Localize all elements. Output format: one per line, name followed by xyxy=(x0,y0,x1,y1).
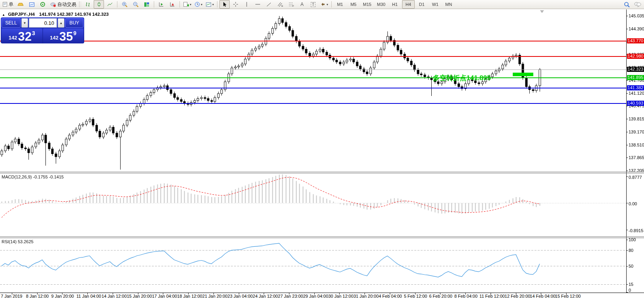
price-axis-tick-label: 138.510 xyxy=(629,143,644,147)
timeframe-m1-button[interactable]: M1 xyxy=(334,0,346,9)
panel-separator[interactable] xyxy=(0,173,644,173)
arrows-tool-button[interactable]: ▾ xyxy=(319,0,329,9)
time-axis-tick xyxy=(188,293,189,295)
zoom-in-button[interactable] xyxy=(119,0,130,9)
timeframe-m30-button[interactable]: M30 xyxy=(374,0,387,9)
collapse-arrow-icon[interactable]: ▲ xyxy=(2,13,5,17)
vertical-line-tool-button[interactable] xyxy=(242,0,252,9)
signal-icon xyxy=(40,2,45,7)
rsi-axis-label: 50 xyxy=(629,264,633,268)
bar-chart-icon xyxy=(85,2,91,7)
panel-separator[interactable] xyxy=(0,238,644,238)
horizontal-line[interactable] xyxy=(0,77,626,78)
price-axis-tick-label: 139.170 xyxy=(629,130,644,134)
zoom-out-button[interactable] xyxy=(130,0,141,9)
price-axis-tick-label: 137.865 xyxy=(629,155,644,160)
pivot-marker-rect[interactable] xyxy=(513,73,533,76)
time-axis-line xyxy=(0,293,644,293)
bar-chart-button[interactable] xyxy=(83,0,93,9)
periods-button[interactable]: ▾ xyxy=(193,0,204,9)
timeframe-h1-button[interactable]: H1 xyxy=(389,0,401,9)
time-axis-tick xyxy=(12,293,12,295)
volume-up-button[interactable]: ▲ xyxy=(58,18,64,28)
time-axis-tick xyxy=(289,293,289,295)
time-axis-label: 12 Feb 20:00 xyxy=(505,294,531,298)
volume-down-button[interactable]: ▼ xyxy=(21,18,28,28)
market-watch-button[interactable] xyxy=(26,0,37,9)
panel-separator[interactable] xyxy=(0,172,644,172)
signals-button[interactable] xyxy=(38,0,48,9)
volume-input[interactable] xyxy=(29,18,57,28)
candlestick-chart-icon xyxy=(96,2,102,7)
time-axis-tick xyxy=(440,293,440,295)
macd-panel-canvas[interactable] xyxy=(0,173,626,236)
toolbar-separator xyxy=(117,1,117,8)
text-icon: A xyxy=(300,2,304,7)
zoom-out-icon xyxy=(133,2,139,8)
macd-axis-label: -0.8915 xyxy=(629,228,643,233)
horizontal-line-tool-button[interactable] xyxy=(253,0,263,9)
horizontal-line[interactable] xyxy=(0,41,626,41)
label-tool-button[interactable]: T xyxy=(308,0,318,9)
text-tool-button[interactable]: A xyxy=(297,0,307,9)
sell-price-main: 142 xyxy=(9,35,17,41)
cursor-icon xyxy=(222,2,227,7)
price-level-label: 142.980 xyxy=(627,54,644,59)
tile-windows-button[interactable] xyxy=(142,0,152,9)
price-axis-tick-label: 139.815 xyxy=(629,116,644,121)
channel-tool-button[interactable]: E xyxy=(275,0,285,9)
buy-price-tile[interactable]: 142 35 9 xyxy=(43,28,84,43)
cursor-tool-button[interactable] xyxy=(219,0,230,9)
line-chart-button[interactable] xyxy=(105,0,115,9)
gold-bar-icon xyxy=(17,2,24,7)
rsi-axis-label: 0 xyxy=(629,288,631,293)
new-order-button[interactable]: 单 xyxy=(1,0,15,9)
auto-trading-button[interactable]: 自动交易 xyxy=(49,0,77,9)
time-axis-tick xyxy=(364,293,365,295)
rsi-axis-tick xyxy=(626,266,628,267)
svg-text:E: E xyxy=(281,5,283,7)
time-axis-tick xyxy=(491,293,491,295)
chat-button[interactable] xyxy=(633,0,643,9)
rsi-panel-canvas[interactable] xyxy=(0,238,626,293)
timeframe-w1-button[interactable]: W1 xyxy=(429,0,442,9)
pivot-annotation-text[interactable]: 多空转折点141.895 xyxy=(433,73,491,83)
sell-price-tile[interactable]: 142 32 3 xyxy=(2,28,42,43)
sell-button[interactable]: SELL xyxy=(2,18,21,28)
buy-button[interactable]: BUY xyxy=(65,18,83,28)
timeframe-mn-button[interactable]: MN xyxy=(442,0,455,9)
timeframe-d1-button[interactable]: D1 xyxy=(415,0,428,9)
fibonacci-tool-button[interactable]: F xyxy=(286,0,296,9)
indicators-button[interactable]: ▾ xyxy=(182,0,193,9)
crosshair-icon xyxy=(233,2,238,7)
price-level-label: 143.770 xyxy=(627,38,644,43)
search-button[interactable] xyxy=(621,0,632,9)
chat-icon xyxy=(634,2,641,7)
time-axis-label: 27 Jan 23:00 xyxy=(278,294,303,298)
trendline-tool-button[interactable] xyxy=(264,0,274,9)
one-click-trading-panel: SELL ▼ ▲ BUY 142 32 3 142 35 9 xyxy=(1,17,84,43)
candlestick-chart-button[interactable] xyxy=(94,0,104,9)
time-axis-tick xyxy=(415,293,415,295)
crosshair-tool-button[interactable] xyxy=(230,0,241,9)
panel-separator[interactable] xyxy=(0,237,644,237)
new-order-icon xyxy=(2,2,8,7)
time-axis-label: 14 Jan 12:00 xyxy=(102,294,127,298)
auto-scroll-button[interactable] xyxy=(156,0,166,9)
rsi-axis-tick xyxy=(626,250,628,251)
time-axis-label: 21 Jan 20:00 xyxy=(202,294,228,298)
dropdown-caret-icon: ▾ xyxy=(190,3,191,6)
time-axis-tick xyxy=(339,293,340,295)
horizontal-line[interactable] xyxy=(0,56,626,57)
timeframe-m15-button[interactable]: M15 xyxy=(361,0,374,9)
templates-button[interactable]: ▾ xyxy=(204,0,215,9)
scroll-end-marker-icon[interactable] xyxy=(540,10,544,13)
timeframe-h4-button[interactable]: H4 xyxy=(402,0,415,9)
timeframe-m5-button[interactable]: M5 xyxy=(347,0,360,9)
chart-shift-button[interactable] xyxy=(167,0,178,9)
horizontal-line[interactable] xyxy=(0,88,626,88)
price-chart-canvas[interactable] xyxy=(0,11,626,171)
gold-button[interactable] xyxy=(15,0,26,9)
trendline-icon xyxy=(266,2,272,7)
horizontal-line[interactable] xyxy=(0,103,626,104)
